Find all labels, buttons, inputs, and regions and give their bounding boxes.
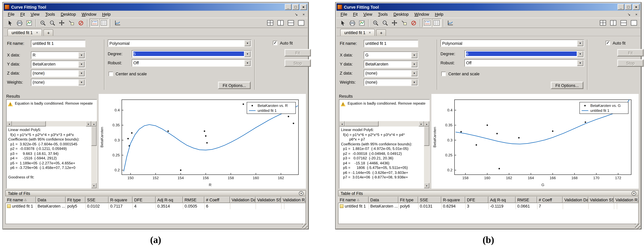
x-data-dropdown[interactable]: R▼ (31, 51, 86, 59)
zoom-out-button[interactable] (48, 18, 57, 27)
menu-close-icon[interactable]: × (634, 12, 639, 16)
menu-file[interactable]: File (5, 11, 18, 17)
close-button[interactable]: × (633, 4, 640, 10)
column-fit-type[interactable]: Fit type (66, 197, 86, 203)
scroll-right-icon[interactable]: ► (418, 121, 424, 126)
table-of-fits-header[interactable]: Table of Fits ▾ (338, 190, 639, 197)
axes-limits-button[interactable] (445, 18, 455, 27)
column-dfe[interactable]: DFE (465, 197, 488, 203)
menu-tools[interactable]: Tools (42, 11, 58, 17)
stop-button[interactable]: Stop (284, 59, 311, 67)
pan-button[interactable] (390, 18, 399, 27)
dock-arrow-icon[interactable]: ↘ (626, 12, 632, 16)
column-validation-r[interactable]: Validation R... (281, 197, 306, 203)
menu-help[interactable]: Help (99, 11, 114, 17)
chevron-down-icon[interactable]: ▼ (244, 51, 251, 57)
vertical-scrollbar-thumb[interactable] (424, 126, 429, 146)
menu-file[interactable]: File (338, 11, 350, 17)
z-data-dropdown[interactable]: (none)▼ (31, 69, 86, 77)
scroll-right-icon[interactable]: ► (86, 121, 91, 126)
fit-type-dropdown[interactable]: Polynomial▼ (108, 40, 252, 47)
tab-close-icon[interactable]: × (369, 30, 371, 35)
auto-fit-checkbox[interactable]: ✓ (273, 41, 278, 45)
data-cursor-button[interactable] (66, 18, 76, 27)
y-data-dropdown[interactable]: BetaKaroten▼ (364, 60, 418, 68)
collapse-panel-icon[interactable]: ▾ (299, 191, 304, 196)
layout-rows-button[interactable] (286, 18, 296, 27)
chevron-down-icon[interactable]: ▼ (78, 52, 84, 58)
fit-name-input[interactable] (364, 40, 418, 47)
grid-toggle-button[interactable] (432, 18, 441, 27)
menu-view[interactable]: View (28, 11, 42, 17)
scroll-down-icon[interactable]: ▼ (91, 183, 96, 188)
center-and-scale-checkbox[interactable] (441, 71, 446, 76)
fit-button[interactable]: Fit (617, 49, 644, 56)
layout-four-panes-button[interactable] (266, 18, 275, 27)
dock-arrow-icon[interactable]: ↘ (294, 12, 299, 16)
column-num-coeff[interactable]: # Coeff (537, 197, 562, 203)
column-validation-sse[interactable]: Validation SSE (588, 197, 614, 203)
fit-button[interactable]: Fit (284, 49, 311, 56)
resize-grip[interactable] (635, 224, 640, 229)
column-data[interactable]: Data (36, 197, 66, 203)
grid-toggle-button[interactable] (99, 18, 108, 27)
scroll-up-icon[interactable]: ▲ (424, 121, 429, 126)
x-data-dropdown[interactable]: G▼ (364, 51, 418, 59)
column-data[interactable]: Data (369, 197, 398, 203)
chevron-down-icon[interactable]: ▼ (78, 79, 84, 85)
horizontal-scrollbar-track[interactable] (12, 121, 86, 126)
layout-single-button[interactable] (629, 18, 639, 27)
maximize-button[interactable]: □ (292, 4, 299, 10)
fit-tab[interactable]: untitled fit 1 × (340, 29, 375, 36)
column-r-square[interactable]: R-square (441, 197, 465, 203)
menu-window[interactable]: Window (79, 11, 99, 17)
collapse-panel-icon[interactable]: ▾ (632, 191, 636, 196)
column-validation-data[interactable]: Validation Data (230, 197, 256, 203)
table-of-fits-header[interactable]: Table of Fits ▾ (5, 190, 306, 197)
menu-fit[interactable]: Fit (350, 11, 360, 17)
minimize-button[interactable]: _ (618, 4, 624, 10)
axes-limits-button[interactable] (113, 18, 122, 27)
horizontal-scrollbar-thumb[interactable] (345, 121, 379, 126)
column-validation-data[interactable]: Validation Data (562, 197, 588, 203)
weights-dropdown[interactable]: (none)▼ (31, 79, 86, 86)
chevron-down-icon[interactable]: ▼ (244, 40, 251, 46)
scroll-left-icon[interactable]: ◄ (339, 121, 344, 126)
chevron-down-icon[interactable]: ▼ (78, 61, 84, 67)
scroll-left-icon[interactable]: ◄ (7, 121, 12, 126)
menu-desktop[interactable]: Desktop (390, 11, 412, 17)
fit-tab[interactable]: untitled fit 1 × (8, 29, 42, 36)
vertical-scrollbar-thumb[interactable] (91, 126, 96, 146)
layout-rows-button[interactable] (619, 18, 628, 27)
column-num-coeff[interactable]: # Coeff (204, 197, 230, 203)
zoom-out-button[interactable] (380, 18, 390, 27)
column-rmse[interactable]: RMSE (183, 197, 204, 203)
tab-close-icon[interactable]: × (36, 30, 38, 35)
zoom-in-button[interactable] (371, 18, 380, 27)
plot-figure-button[interactable] (357, 18, 366, 27)
menu-tools[interactable]: Tools (375, 11, 390, 17)
chevron-down-icon[interactable]: ▼ (411, 79, 418, 85)
horizontal-scrollbar-thumb[interactable] (12, 121, 46, 126)
scroll-up-icon[interactable]: ▲ (91, 121, 96, 126)
center-and-scale-checkbox[interactable] (108, 71, 113, 76)
data-cursor-button[interactable] (399, 18, 409, 27)
new-fit-tab-button[interactable]: + (44, 29, 54, 36)
column-fit-name[interactable]: Fit name△ (5, 197, 36, 203)
column-validation-sse[interactable]: Validation SSE (256, 197, 281, 203)
weights-dropdown[interactable]: (none)▼ (364, 79, 418, 86)
results-horizontal-scrollbar[interactable]: ◄ ► ▲ (339, 121, 429, 126)
column-adj-r-sq[interactable]: Adj R-sq (156, 197, 183, 203)
fit-plot[interactable]: 1581601621641661681701720.20.250.30.350.… (432, 94, 639, 189)
fit-type-dropdown[interactable]: Polynomial▼ (440, 40, 584, 47)
column-sse[interactable]: SSE (86, 197, 108, 203)
maximize-button[interactable]: □ (625, 4, 632, 10)
column-validation-r[interactable]: Validation R... (614, 197, 639, 203)
robust-dropdown[interactable]: Off▼ (464, 59, 584, 67)
results-horizontal-scrollbar[interactable]: ◄ ► ▲ (7, 121, 97, 126)
fit-options-button[interactable]: Fit Options... (551, 82, 583, 89)
column-fit-type[interactable]: Fit type (398, 197, 418, 203)
close-button[interactable]: × (300, 4, 307, 10)
degree-dropdown[interactable]: 5▼ (132, 50, 252, 58)
plot-figure-button[interactable] (24, 18, 34, 27)
